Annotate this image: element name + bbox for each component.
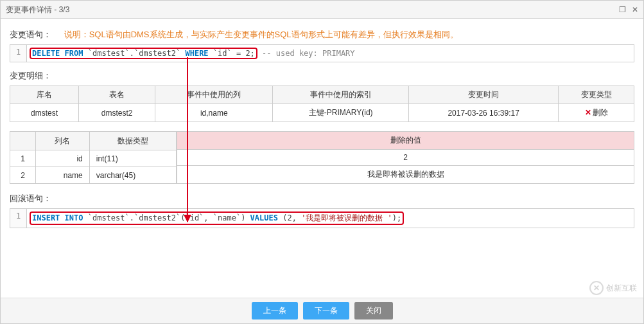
sql-highlight: INSERT INTO `dmstest`.`dmstest2`(`id`, `… — [30, 212, 404, 225]
next-button[interactable]: 下一条 — [303, 302, 349, 320]
col-table: 表名 — [79, 86, 155, 104]
col-deleted-val: 删除的值 — [177, 132, 634, 150]
table-row[interactable]: dmstest dmstest2 id,name 主键-PRIMARY(id) … — [10, 104, 634, 122]
dialog-footer: 上一条 下一条 关闭 — [1, 298, 643, 323]
sql-keyword: INSERT INTO — [32, 213, 83, 222]
watermark-text: 创新互联 — [606, 283, 637, 294]
columns-right-table: 删除的值 2 我是即将被误删的数据 — [177, 131, 634, 184]
sql-string: '我是即将被误删的数据 ' — [301, 213, 392, 222]
cell-type: ✕删除 — [559, 104, 634, 122]
col-db: 库名 — [10, 86, 79, 104]
window-controls: ❐ ✕ — [615, 1, 638, 19]
cell-dtype: int(11) — [89, 150, 176, 167]
detail-table: 库名 表名 事件中使用的列 事件中使用的索引 变更时间 变更类型 dmstest… — [10, 86, 634, 122]
annotation-arrow — [187, 57, 188, 222]
sql-table: `dmstest`.`dmstest2`( — [88, 213, 186, 222]
cell-n: 1 — [10, 150, 36, 167]
cell-name: name — [36, 167, 90, 184]
cell-val: 2 — [177, 150, 634, 166]
cell-db: dmstest — [10, 104, 79, 122]
sql-keyword: DELETE FROM — [32, 49, 83, 58]
change-stmt-label: 变更语句： — [10, 30, 51, 39]
cell-val: 我是即将被误删的数据 — [177, 166, 634, 184]
sql-cols: `id`, `name` — [185, 213, 241, 222]
cell-table: dmstest2 — [79, 104, 155, 122]
change-stmt-note: 说明：SQL语句由DMS系统生成，与实际产生变更事件的SQL语句形式上可能有差异… — [64, 30, 458, 39]
delete-x-icon: ✕ — [585, 108, 591, 117]
table-header-row: 列名 数据类型 — [10, 132, 177, 150]
dialog-window: 变更事件详情 - 3/3 ❐ ✕ 变更语句： 说明：SQL语句由DMS系统生成，… — [0, 0, 644, 324]
col-cols: 事件中使用的列 — [155, 86, 273, 104]
close-icon[interactable]: ✕ — [632, 5, 638, 14]
table-row[interactable]: 我是即将被误删的数据 — [177, 166, 634, 184]
watermark-logo-icon: ✕ — [589, 281, 604, 295]
cell-n: 2 — [10, 167, 36, 184]
sql-table: `dmstest`.`dmstest2` — [88, 49, 181, 58]
rollback-sql-box: 1 INSERT INTO `dmstest`.`dmstest2`(`id`,… — [10, 208, 634, 228]
table-header-row: 删除的值 — [177, 132, 634, 150]
titlebar: 变更事件详情 - 3/3 ❐ ✕ — [1, 1, 643, 19]
sql-cond: `id` = 2; — [213, 49, 255, 58]
dialog-title: 变更事件详情 - 3/3 — [6, 1, 69, 19]
cell-name: id — [36, 150, 90, 167]
watermark: ✕ 创新互联 — [589, 281, 637, 295]
line-number: 1 — [10, 209, 27, 228]
detail-label-row: 变更明细： — [10, 70, 634, 82]
columns-left-table: 列名 数据类型 1 id int(11) 2 name varchar(45) — [10, 131, 177, 184]
table-row[interactable]: 2 name varchar(45) — [10, 167, 177, 184]
sql-keyword: VALUES — [250, 213, 278, 222]
col-num — [10, 132, 36, 150]
sql-keyword: WHERE — [185, 49, 208, 58]
change-stmt-row: 变更语句： 说明：SQL语句由DMS系统生成，与实际产生变更事件的SQL语句形式… — [10, 29, 634, 40]
sql-highlight: DELETE FROM `dmstest`.`dmstest2` WHERE `… — [30, 48, 257, 59]
change-sql-code[interactable]: DELETE FROM `dmstest`.`dmstest2` WHERE `… — [27, 45, 359, 62]
rollback-label: 回滚语句： — [10, 194, 51, 203]
table-header-row: 库名 表名 事件中使用的列 事件中使用的索引 变更时间 变更类型 — [10, 86, 634, 104]
dialog-body: 变更语句： 说明：SQL语句由DMS系统生成，与实际产生变更事件的SQL语句形式… — [1, 19, 643, 242]
col-idx: 事件中使用的索引 — [273, 86, 409, 104]
maximize-icon[interactable]: ❐ — [619, 5, 626, 14]
cell-time: 2017-03-26 16:39:17 — [409, 104, 559, 122]
change-sql-box: 1 DELETE FROM `dmstest`.`dmstest2` WHERE… — [10, 44, 634, 62]
col-time: 变更时间 — [409, 86, 559, 104]
rollback-label-row: 回滚语句： — [10, 193, 634, 204]
col-name: 列名 — [36, 132, 90, 150]
detail-label: 变更明细： — [10, 71, 51, 80]
prev-button[interactable]: 上一条 — [252, 302, 298, 320]
col-type: 变更类型 — [559, 86, 634, 104]
cell-idx: 主键-PRIMARY(id) — [273, 104, 409, 122]
line-number: 1 — [10, 45, 27, 62]
sql-open: (2, — [283, 213, 297, 222]
table-row[interactable]: 1 id int(11) — [10, 150, 177, 167]
col-dtype: 数据类型 — [89, 132, 176, 150]
rollback-sql-code[interactable]: INSERT INTO `dmstest`.`dmstest2`(`id`, `… — [27, 209, 408, 228]
columns-detail: 列名 数据类型 1 id int(11) 2 name varchar(45) … — [10, 131, 634, 184]
table-row[interactable]: 2 — [177, 150, 634, 166]
cell-cols: id,name — [155, 104, 273, 122]
close-button[interactable]: 关闭 — [354, 302, 393, 320]
cell-dtype: varchar(45) — [89, 167, 176, 184]
sql-comment: -- used key: PRIMARY — [262, 49, 355, 58]
